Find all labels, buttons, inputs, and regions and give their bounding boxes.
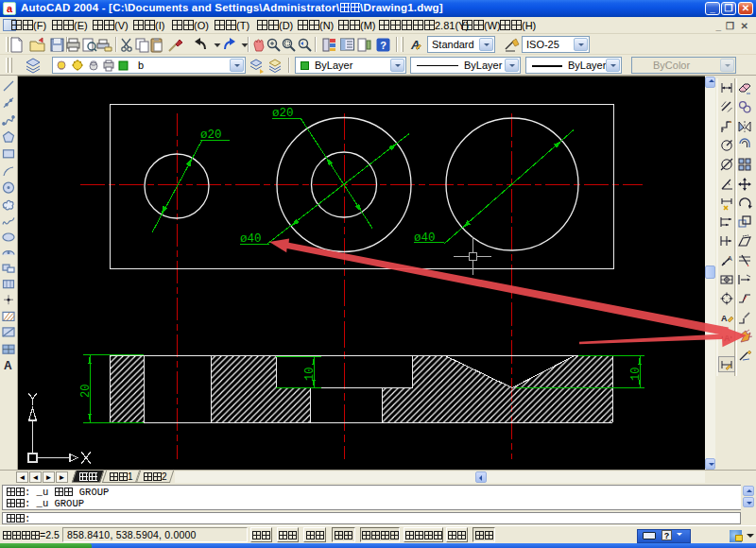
svg-text:A: A <box>728 255 732 262</box>
svg-text:A: A <box>410 38 420 52</box>
svg-text:A: A <box>721 314 728 323</box>
svg-text:A: A <box>4 359 12 372</box>
svg-text:A: A <box>724 334 730 343</box>
svg-text:?: ? <box>380 40 387 51</box>
